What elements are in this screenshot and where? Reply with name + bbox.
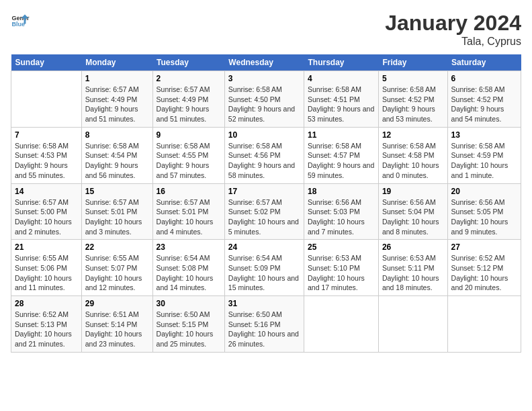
day-number: 17	[228, 187, 300, 196]
day-number: 22	[85, 242, 149, 252]
day-info: Sunrise: 6:56 AMSunset: 5:05 PMDaylight:…	[451, 197, 517, 237]
day-number: 9	[157, 130, 221, 140]
day-info: Sunrise: 6:58 AMSunset: 4:51 PMDaylight:…	[308, 85, 375, 124]
day-number: 30	[157, 299, 221, 308]
day-info: Sunrise: 6:55 AMSunset: 5:06 PMDaylight:…	[15, 253, 78, 293]
day-cell: 26Sunrise: 6:53 AMSunset: 5:11 PMDayligh…	[378, 240, 447, 296]
week-row-3: 14Sunrise: 6:57 AMSunset: 5:00 PMDayligh…	[11, 183, 521, 240]
day-info: Sunrise: 6:52 AMSunset: 5:12 PMDaylight:…	[451, 253, 517, 293]
week-row-5: 28Sunrise: 6:52 AMSunset: 5:13 PMDayligh…	[11, 296, 521, 353]
header-cell-sunday: Sunday	[11, 54, 82, 71]
logo-icon: General Blue	[11, 11, 30, 30]
day-number: 26	[382, 242, 444, 252]
day-cell: 10Sunrise: 6:58 AMSunset: 4:56 PMDayligh…	[224, 127, 304, 183]
day-info: Sunrise: 6:58 AMSunset: 4:56 PMDaylight:…	[228, 141, 300, 181]
day-info: Sunrise: 6:58 AMSunset: 4:52 PMDaylight:…	[451, 85, 517, 124]
header: General Blue January 2024 Tala, Cyprus	[11, 11, 521, 48]
day-number: 21	[15, 242, 78, 252]
main-title: January 2024	[385, 11, 521, 36]
day-number: 1	[85, 74, 149, 83]
day-info: Sunrise: 6:51 AMSunset: 5:14 PMDaylight:…	[85, 310, 149, 349]
day-cell: 19Sunrise: 6:56 AMSunset: 5:04 PMDayligh…	[378, 183, 447, 240]
day-cell: 6Sunrise: 6:58 AMSunset: 4:52 PMDaylight…	[447, 71, 521, 128]
day-cell	[447, 296, 521, 353]
header-cell-tuesday: Tuesday	[152, 54, 224, 71]
day-info: Sunrise: 6:50 AMSunset: 5:15 PMDaylight:…	[157, 310, 221, 349]
day-cell: 27Sunrise: 6:52 AMSunset: 5:12 PMDayligh…	[447, 240, 521, 296]
day-cell: 18Sunrise: 6:56 AMSunset: 5:03 PMDayligh…	[304, 183, 379, 240]
day-number: 18	[308, 187, 375, 196]
header-cell-thursday: Thursday	[304, 54, 379, 71]
day-info: Sunrise: 6:57 AMSunset: 5:00 PMDaylight:…	[15, 197, 78, 237]
day-info: Sunrise: 6:58 AMSunset: 4:57 PMDaylight:…	[308, 141, 375, 181]
day-number: 7	[15, 130, 78, 140]
day-cell: 25Sunrise: 6:53 AMSunset: 5:10 PMDayligh…	[304, 240, 379, 296]
day-cell: 11Sunrise: 6:58 AMSunset: 4:57 PMDayligh…	[304, 127, 379, 183]
day-cell: 9Sunrise: 6:58 AMSunset: 4:55 PMDaylight…	[152, 127, 224, 183]
day-info: Sunrise: 6:50 AMSunset: 5:16 PMDaylight:…	[228, 310, 300, 349]
day-cell: 23Sunrise: 6:54 AMSunset: 5:08 PMDayligh…	[152, 240, 224, 296]
day-cell	[378, 296, 447, 353]
day-number: 13	[451, 130, 517, 140]
day-cell: 8Sunrise: 6:58 AMSunset: 4:54 PMDaylight…	[81, 127, 152, 183]
day-info: Sunrise: 6:54 AMSunset: 5:09 PMDaylight:…	[228, 253, 300, 293]
day-info: Sunrise: 6:58 AMSunset: 4:53 PMDaylight:…	[15, 141, 78, 181]
day-cell: 1Sunrise: 6:57 AMSunset: 4:49 PMDaylight…	[81, 71, 152, 128]
day-number: 23	[157, 242, 221, 252]
logo: General Blue	[11, 11, 30, 30]
week-row-1: 1Sunrise: 6:57 AMSunset: 4:49 PMDaylight…	[11, 71, 521, 128]
day-cell: 29Sunrise: 6:51 AMSunset: 5:14 PMDayligh…	[81, 296, 152, 353]
calendar-body: 1Sunrise: 6:57 AMSunset: 4:49 PMDaylight…	[11, 71, 521, 353]
day-number: 25	[308, 242, 375, 252]
day-number: 2	[157, 74, 221, 83]
day-cell	[304, 296, 379, 353]
header-cell-wednesday: Wednesday	[224, 54, 304, 71]
day-info: Sunrise: 6:53 AMSunset: 5:10 PMDaylight:…	[308, 253, 375, 293]
day-info: Sunrise: 6:58 AMSunset: 4:54 PMDaylight:…	[85, 141, 149, 181]
day-cell: 20Sunrise: 6:56 AMSunset: 5:05 PMDayligh…	[447, 183, 521, 240]
day-info: Sunrise: 6:56 AMSunset: 5:03 PMDaylight:…	[308, 197, 375, 237]
day-number: 29	[85, 299, 149, 308]
day-info: Sunrise: 6:55 AMSunset: 5:07 PMDaylight:…	[85, 253, 149, 293]
day-info: Sunrise: 6:57 AMSunset: 5:01 PMDaylight:…	[157, 197, 221, 237]
title-area: January 2024 Tala, Cyprus	[385, 11, 521, 48]
day-cell	[11, 71, 82, 128]
day-cell: 7Sunrise: 6:58 AMSunset: 4:53 PMDaylight…	[11, 127, 82, 183]
day-cell: 16Sunrise: 6:57 AMSunset: 5:01 PMDayligh…	[152, 183, 224, 240]
day-number: 11	[308, 130, 375, 140]
day-info: Sunrise: 6:56 AMSunset: 5:04 PMDaylight:…	[382, 197, 444, 237]
day-cell: 4Sunrise: 6:58 AMSunset: 4:51 PMDaylight…	[304, 71, 379, 128]
day-info: Sunrise: 6:58 AMSunset: 4:55 PMDaylight:…	[157, 141, 221, 181]
day-number: 8	[85, 130, 149, 140]
day-number: 12	[382, 130, 444, 140]
day-number: 20	[451, 187, 517, 196]
day-number: 5	[382, 74, 444, 83]
header-cell-saturday: Saturday	[447, 54, 521, 71]
week-row-2: 7Sunrise: 6:58 AMSunset: 4:53 PMDaylight…	[11, 127, 521, 183]
day-cell: 22Sunrise: 6:55 AMSunset: 5:07 PMDayligh…	[81, 240, 152, 296]
day-number: 15	[85, 187, 149, 196]
day-info: Sunrise: 6:57 AMSunset: 4:49 PMDaylight:…	[85, 85, 149, 124]
day-info: Sunrise: 6:58 AMSunset: 4:58 PMDaylight:…	[382, 141, 444, 181]
week-row-4: 21Sunrise: 6:55 AMSunset: 5:06 PMDayligh…	[11, 240, 521, 296]
day-info: Sunrise: 6:57 AMSunset: 4:49 PMDaylight:…	[157, 85, 221, 124]
day-number: 4	[308, 74, 375, 83]
svg-text:Blue: Blue	[11, 21, 25, 28]
day-cell: 30Sunrise: 6:50 AMSunset: 5:15 PMDayligh…	[152, 296, 224, 353]
day-info: Sunrise: 6:57 AMSunset: 5:01 PMDaylight:…	[85, 197, 149, 237]
day-cell: 2Sunrise: 6:57 AMSunset: 4:49 PMDaylight…	[152, 71, 224, 128]
day-number: 27	[451, 242, 517, 252]
day-info: Sunrise: 6:57 AMSunset: 5:02 PMDaylight:…	[228, 197, 300, 237]
header-cell-monday: Monday	[81, 54, 152, 71]
day-cell: 15Sunrise: 6:57 AMSunset: 5:01 PMDayligh…	[81, 183, 152, 240]
day-cell: 28Sunrise: 6:52 AMSunset: 5:13 PMDayligh…	[11, 296, 82, 353]
header-cell-friday: Friday	[378, 54, 447, 71]
day-cell: 5Sunrise: 6:58 AMSunset: 4:52 PMDaylight…	[378, 71, 447, 128]
day-cell: 3Sunrise: 6:58 AMSunset: 4:50 PMDaylight…	[224, 71, 304, 128]
day-cell: 14Sunrise: 6:57 AMSunset: 5:00 PMDayligh…	[11, 183, 82, 240]
day-number: 3	[228, 74, 300, 83]
day-number: 10	[228, 130, 300, 140]
subtitle: Tala, Cyprus	[385, 36, 521, 48]
day-number: 19	[382, 187, 444, 196]
day-info: Sunrise: 6:53 AMSunset: 5:11 PMDaylight:…	[382, 253, 444, 293]
